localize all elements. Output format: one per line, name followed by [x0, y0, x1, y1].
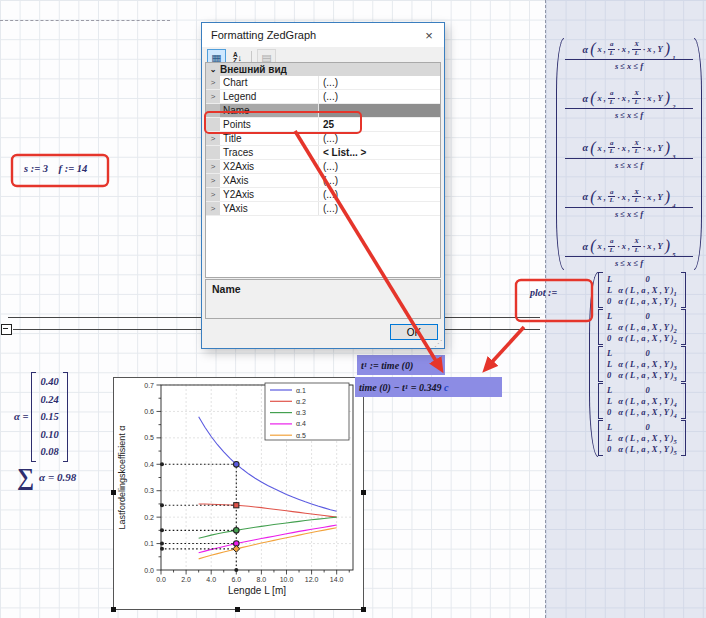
- svg-text:Lengde L [m]: Lengde L [m]: [228, 585, 286, 596]
- alpha-label: α =: [14, 411, 28, 422]
- expander-icon[interactable]: >: [206, 160, 220, 173]
- conditional-blocks: α(x ,aL· x ,XL· x , Y)1s ≤ x ≤ fα(x ,aL·…: [564, 38, 694, 270]
- property-label: X2Axis: [220, 160, 319, 173]
- property-value[interactable]: (...): [319, 76, 440, 89]
- collapse-chevron-icon[interactable]: ⌄: [206, 63, 220, 76]
- property-label: XAxis: [220, 174, 319, 187]
- property-row-name[interactable]: Name: [206, 104, 440, 118]
- selection-handle-bottom-right[interactable]: [361, 607, 366, 612]
- expander-icon[interactable]: >: [206, 76, 220, 89]
- property-value[interactable]: (...): [319, 202, 440, 215]
- formatting-zedgraph-dialog: Formatting ZedGraph × ▦ AZ↓ ▤ ⌄ Внешний …: [201, 22, 445, 349]
- zedgraph-chart[interactable]: 0.02.04.06.08.010.012.014.00.00.10.20.30…: [113, 377, 364, 610]
- selection-handle-left[interactable]: [111, 490, 116, 495]
- plot-matrices: L0Lα ( L , a , X , Y )10α ( L , a , X , …: [598, 272, 686, 457]
- expander-icon[interactable]: >: [206, 90, 220, 103]
- svg-text:α.2: α.2: [296, 398, 306, 405]
- time2-pre: time (0) − t: [359, 382, 405, 393]
- plot-matrix: L0Lα ( L , a , X , Y )10α ( L , a , X , …: [598, 272, 686, 308]
- property-label: YAxis: [220, 202, 319, 215]
- property-row-y2axis[interactable]: >Y2Axis(...): [206, 188, 440, 202]
- svg-text:10.0: 10.0: [280, 576, 294, 583]
- property-row-chart[interactable]: >Chart(...): [206, 76, 440, 90]
- plot-definition-label[interactable]: plot :=: [530, 287, 560, 298]
- category-label: Внешний вид: [220, 63, 287, 76]
- property-label: Traces: [220, 146, 319, 159]
- plot-matrix: L0Lα ( L , a , X , Y )40α ( L , a , X , …: [598, 383, 686, 419]
- property-label: Y2Axis: [220, 188, 319, 201]
- svg-text:Lastfordelingskoeffisient α: Lastfordelingskoeffisient α: [117, 425, 127, 529]
- svg-text:0.5: 0.5: [144, 434, 154, 441]
- category-row-appearance[interactable]: ⌄ Внешний вид: [206, 63, 440, 76]
- property-row-yaxis[interactable]: >YAxis(...): [206, 202, 440, 216]
- selection-handle-right[interactable]: [361, 490, 366, 495]
- property-label: Chart: [220, 76, 319, 89]
- property-row-traces[interactable]: Traces< List... >: [206, 146, 440, 160]
- expander-icon[interactable]: >: [206, 188, 220, 201]
- svg-text:14.0: 14.0: [330, 576, 344, 583]
- property-value[interactable]: (...): [319, 160, 440, 173]
- worksheet: α(x ,aL· x ,XL· x , Y)1s ≤ x ≤ fα(x ,aL·…: [0, 0, 706, 618]
- property-rows: >Chart(...)>Legend(...)NamePoints25>Titl…: [206, 76, 440, 216]
- description-title: Name: [212, 283, 241, 295]
- property-value[interactable]: [319, 104, 440, 117]
- dialog-titlebar[interactable]: Formatting ZedGraph ×: [202, 23, 444, 47]
- property-label: Points: [220, 118, 319, 131]
- property-row-title[interactable]: >Title(...): [206, 132, 440, 146]
- close-icon[interactable]: ×: [414, 28, 444, 43]
- big-paren-right: [694, 38, 702, 270]
- alpha-conditional-block: α(x ,aL· x ,XL· x , Y)2s ≤ x ≤ f: [565, 89, 693, 120]
- svg-text:0.4: 0.4: [144, 461, 154, 468]
- svg-text:0.6: 0.6: [144, 408, 154, 415]
- property-row-points[interactable]: Points25: [206, 118, 440, 132]
- property-grid: ⌄ Внешний вид >Chart(...)>Legend(...)Nam…: [205, 62, 441, 278]
- property-row-x2axis[interactable]: >X2Axis(...): [206, 160, 440, 174]
- property-value[interactable]: (...): [319, 132, 440, 145]
- definition-s-f[interactable]: s := 3 f := 14: [24, 163, 87, 174]
- svg-text:0.0: 0.0: [156, 576, 166, 583]
- sum-alpha-value: α = 0.98: [39, 471, 76, 483]
- svg-text:2.0: 2.0: [181, 576, 191, 583]
- time-unit: c: [444, 382, 448, 393]
- alpha-value: 0.40: [40, 373, 58, 391]
- row-margin: [206, 118, 220, 131]
- resize-grip[interactable]: ⋰: [434, 339, 442, 348]
- dialog-title: Formatting ZedGraph: [211, 29, 316, 41]
- property-value[interactable]: 25: [319, 118, 440, 131]
- selection-handle-bottom-mid[interactable]: [235, 607, 240, 612]
- property-value[interactable]: (...): [319, 90, 440, 103]
- bracket-right: [63, 372, 68, 462]
- time-elapsed-expression[interactable]: time (0) − t1 = 0.349 c: [355, 377, 502, 397]
- separator-handle[interactable]: [1, 324, 12, 335]
- plot-matrix-stack[interactable]: L0Lα ( L , a , X , Y )10α ( L , a , X , …: [589, 272, 686, 457]
- alpha-conditional-vector[interactable]: α(x ,aL· x ,XL· x , Y)1s ≤ x ≤ fα(x ,aL·…: [556, 38, 702, 270]
- expander-icon[interactable]: >: [206, 174, 220, 187]
- alpha-vector-region[interactable]: α = 0.400.240.150.100.08: [14, 372, 68, 462]
- plot-matrix: L0Lα ( L , a , X , Y )20α ( L , a , X , …: [598, 309, 686, 345]
- property-value[interactable]: (...): [319, 174, 440, 187]
- property-value[interactable]: < List... >: [319, 146, 440, 159]
- time2-post: = 0.349: [408, 382, 444, 393]
- plot-vector-paren: [589, 272, 598, 457]
- svg-text:0.1: 0.1: [144, 540, 154, 547]
- svg-text:α.3: α.3: [296, 409, 306, 416]
- selection-handle-bottom-left[interactable]: [111, 607, 116, 612]
- svg-text:4.0: 4.0: [206, 576, 216, 583]
- row-margin: [206, 146, 220, 159]
- expander-icon[interactable]: >: [206, 132, 220, 145]
- right-page-region: α(x ,aL· x ,XL· x , Y)1s ≤ x ≤ fα(x ,aL·…: [545, 0, 706, 618]
- time-assignment-expression[interactable]: t1 := time (0): [357, 355, 445, 375]
- chart-canvas: 0.02.04.06.08.010.012.014.00.00.10.20.30…: [114, 378, 361, 607]
- property-row-xaxis[interactable]: >XAxis(...): [206, 174, 440, 188]
- svg-text:α.4: α.4: [296, 420, 306, 427]
- alpha-value: 0.24: [40, 391, 58, 409]
- property-row-legend[interactable]: >Legend(...): [206, 90, 440, 104]
- sum-alpha-region[interactable]: ∑ α = 0.98: [17, 464, 76, 490]
- expander-icon[interactable]: >: [206, 202, 220, 215]
- sigma-symbol: ∑: [17, 464, 34, 490]
- property-value[interactable]: (...): [319, 188, 440, 201]
- svg-text:α.1: α.1: [296, 387, 306, 394]
- big-paren-left: [556, 38, 564, 270]
- property-label: Name: [220, 104, 319, 117]
- ok-button[interactable]: OK: [390, 324, 438, 340]
